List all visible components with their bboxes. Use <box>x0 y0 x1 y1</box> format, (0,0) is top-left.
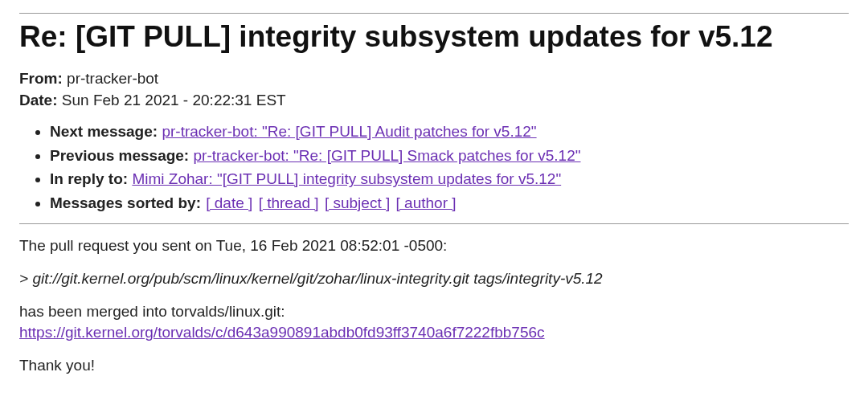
mid-rule <box>19 223 849 224</box>
body-quote: > git://git.kernel.org/pub/scm/linux/ker… <box>19 268 849 290</box>
sort-by-date-link[interactable]: [ date ] <box>206 194 252 211</box>
message-meta: From: pr-tracker-bot Date: Sun Feb 21 20… <box>19 68 849 111</box>
quote-text: git://git.kernel.org/pub/scm/linux/kerne… <box>32 270 602 287</box>
top-rule <box>19 13 849 14</box>
body-intro: The pull request you sent on Tue, 16 Feb… <box>19 235 849 257</box>
nav-prev: Previous message: pr-tracker-bot: "Re: [… <box>50 145 849 167</box>
from-value: pr-tracker-bot <box>67 70 158 87</box>
reply-label: In reply to: <box>50 170 128 187</box>
date-label: Date: <box>19 92 58 108</box>
sort-links: [ date ] [ thread ] [ subject ] [ author… <box>205 194 457 211</box>
sort-by-author-link[interactable]: [ author ] <box>396 194 457 211</box>
in-reply-to-link[interactable]: Mimi Zohar: "[GIT PULL] integrity subsys… <box>132 170 561 187</box>
message-title: Re: [GIT PULL] integrity subsystem updat… <box>19 20 849 54</box>
date-line: Date: Sun Feb 21 2021 - 20:22:31 EST <box>19 90 849 112</box>
quote-prefix: > <box>19 270 32 287</box>
merged-text: has been merged into torvalds/linux.git: <box>19 303 285 320</box>
prev-label: Previous message: <box>50 147 189 164</box>
next-message-link[interactable]: pr-tracker-bot: "Re: [GIT PULL] Audit pa… <box>162 123 536 140</box>
merged-commit-link[interactable]: https://git.kernel.org/torvalds/c/d643a9… <box>19 324 545 341</box>
next-label: Next message: <box>50 123 158 140</box>
sort-label: Messages sorted by: <box>50 194 201 211</box>
prev-message-link[interactable]: pr-tracker-bot: "Re: [GIT PULL] Smack pa… <box>193 147 580 164</box>
nav-reply: In reply to: Mimi Zohar: "[GIT PULL] int… <box>50 168 849 190</box>
from-label: From: <box>19 70 63 87</box>
nav-sort: Messages sorted by: [ date ] [ thread ] … <box>50 192 849 215</box>
nav-list: Next message: pr-tracker-bot: "Re: [GIT … <box>19 121 849 214</box>
body-thanks: Thank you! <box>19 355 849 377</box>
sort-by-subject-link[interactable]: [ subject ] <box>325 194 390 211</box>
nav-next: Next message: pr-tracker-bot: "Re: [GIT … <box>50 121 849 143</box>
from-line: From: pr-tracker-bot <box>19 68 849 90</box>
date-value: Sun Feb 21 2021 - 20:22:31 EST <box>62 92 286 108</box>
sort-by-thread-link[interactable]: [ thread ] <box>259 194 319 211</box>
body-merged: has been merged into torvalds/linux.git:… <box>19 301 849 344</box>
message-body: The pull request you sent on Tue, 16 Feb… <box>19 235 849 376</box>
